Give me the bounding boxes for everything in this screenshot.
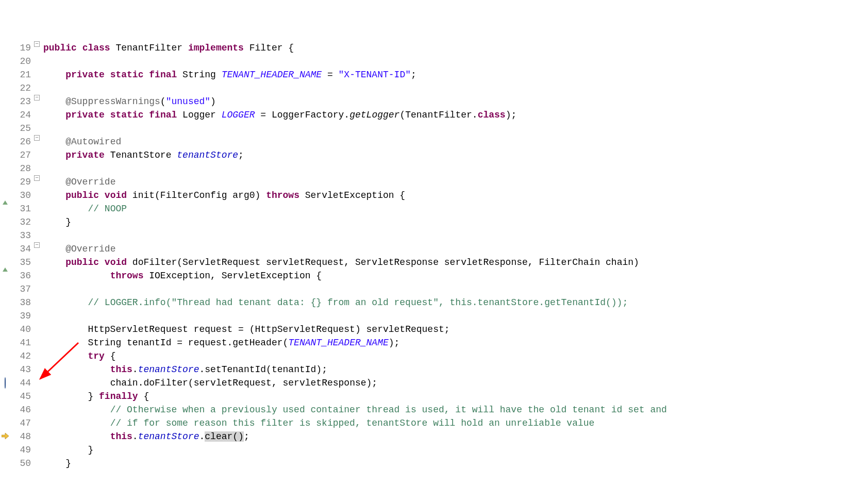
line-number[interactable]: 50 <box>10 457 34 470</box>
line-number[interactable]: 36 <box>10 269 34 282</box>
code-content[interactable]: // LOGGER.info("Thread had tenant data: … <box>42 296 868 309</box>
line-number[interactable]: 28 <box>10 162 34 175</box>
code-line[interactable]: 27 private TenantStore tenantStore; <box>0 148 868 162</box>
gutter-marker-cell[interactable] <box>0 376 10 390</box>
line-number[interactable]: 38 <box>10 296 34 309</box>
code-line[interactable]: 28 <box>0 162 868 175</box>
line-number[interactable]: 26 <box>10 135 34 148</box>
instruction-pointer-icon[interactable] <box>2 433 9 439</box>
code-line[interactable]: 22 <box>0 81 868 95</box>
fold-cell[interactable]: − <box>34 41 42 47</box>
line-number[interactable]: 49 <box>10 443 34 457</box>
code-line[interactable]: 41 String tenantId = request.getHeader(T… <box>0 336 868 349</box>
code-editor[interactable]: 19−public class TenantFilter implements … <box>0 41 868 470</box>
line-number[interactable]: 24 <box>10 108 34 122</box>
code-line[interactable]: 29− @Override <box>0 175 868 189</box>
fold-cell[interactable]: − <box>34 175 42 181</box>
line-number[interactable]: 34 <box>10 242 34 256</box>
line-number[interactable]: 27 <box>10 148 34 162</box>
code-content[interactable]: HttpServletRequest request = (HttpServle… <box>42 323 868 336</box>
line-number[interactable]: 20 <box>10 55 34 68</box>
gutter-marker-cell[interactable] <box>0 430 10 443</box>
code-content[interactable]: // if for some reason this filter is ski… <box>42 416 868 430</box>
code-line[interactable]: 49 } <box>0 443 868 457</box>
code-line[interactable]: 31 // NOOP <box>0 202 868 215</box>
line-number[interactable]: 23 <box>10 95 34 108</box>
fold-toggle-icon[interactable]: − <box>34 242 40 248</box>
code-line[interactable]: 46 // Otherwise when a previously used c… <box>0 403 868 416</box>
code-line[interactable]: 43 this.tenantStore.setTenantId(tenantId… <box>0 363 868 376</box>
code-content[interactable]: this.tenantStore.clear(); <box>42 430 868 443</box>
fold-toggle-icon[interactable]: − <box>34 95 40 101</box>
code-content[interactable]: } <box>42 457 868 470</box>
code-line[interactable]: 50 } <box>0 457 868 470</box>
code-line[interactable]: 23− @SuppressWarnings("unused") <box>0 95 868 108</box>
fold-cell[interactable]: − <box>34 95 42 101</box>
code-line[interactable]: 20 <box>0 55 868 68</box>
code-content[interactable]: private static final String TENANT_HEADE… <box>42 68 868 81</box>
fold-toggle-icon[interactable]: − <box>34 175 40 181</box>
code-content[interactable]: try { <box>42 349 868 363</box>
code-line[interactable]: 19−public class TenantFilter implements … <box>0 41 868 55</box>
fold-toggle-icon[interactable]: − <box>34 41 40 47</box>
code-content[interactable]: String tenantId = request.getHeader(TENA… <box>42 336 868 349</box>
line-number[interactable]: 31 <box>10 202 34 215</box>
line-number[interactable]: 42 <box>10 349 34 363</box>
fold-cell[interactable]: − <box>34 242 42 248</box>
code-line[interactable]: 45 } finally { <box>0 390 868 403</box>
line-number[interactable]: 35 <box>10 256 34 269</box>
line-number[interactable]: 33 <box>10 229 34 242</box>
line-number[interactable]: 37 <box>10 282 34 296</box>
code-line[interactable]: 38 // LOGGER.info("Thread had tenant dat… <box>0 296 868 309</box>
code-line[interactable]: 48 this.tenantStore.clear(); <box>0 430 868 443</box>
line-number[interactable]: 25 <box>10 122 34 135</box>
line-number[interactable]: 40 <box>10 323 34 336</box>
code-content[interactable]: public class TenantFilter implements Fil… <box>42 41 868 55</box>
code-line[interactable]: 36 throws IOException, ServletException … <box>0 269 868 282</box>
gutter-marker-cell[interactable] <box>0 189 10 202</box>
code-line[interactable]: 35 public void doFilter(ServletRequest s… <box>0 256 868 269</box>
code-line[interactable]: 30 public void init(FilterConfig arg0) t… <box>0 189 868 202</box>
code-line[interactable]: 21 private static final String TENANT_HE… <box>0 68 868 81</box>
line-number[interactable]: 21 <box>10 68 34 81</box>
code-content[interactable]: } <box>42 215 868 229</box>
line-number[interactable]: 46 <box>10 403 34 416</box>
code-line[interactable]: 44 chain.doFilter(servletRequest, servle… <box>0 376 868 390</box>
code-line[interactable]: 47 // if for some reason this filter is … <box>0 416 868 430</box>
code-content[interactable]: private TenantStore tenantStore; <box>42 148 868 162</box>
code-line[interactable]: 39 <box>0 309 868 323</box>
code-line[interactable]: 34− @Override <box>0 242 868 256</box>
code-content[interactable]: // Otherwise when a previously used cont… <box>42 403 868 416</box>
code-content[interactable]: } finally { <box>42 390 868 403</box>
code-content[interactable]: public void doFilter(ServletRequest serv… <box>42 256 868 269</box>
line-number[interactable]: 32 <box>10 215 34 229</box>
code-line[interactable]: 25 <box>0 122 868 135</box>
code-content[interactable]: // NOOP <box>42 202 868 215</box>
code-line[interactable]: 33 <box>0 229 868 242</box>
code-content[interactable]: @Autowired <box>42 135 868 148</box>
code-line[interactable]: 42 try { <box>0 349 868 363</box>
line-number[interactable]: 39 <box>10 309 34 323</box>
code-content[interactable]: @SuppressWarnings("unused") <box>42 95 868 108</box>
line-number[interactable]: 29 <box>10 175 34 189</box>
line-number[interactable]: 48 <box>10 430 34 443</box>
code-content[interactable]: chain.doFilter(servletRequest, servletRe… <box>42 376 868 390</box>
line-number[interactable]: 47 <box>10 416 34 430</box>
code-content[interactable]: throws IOException, ServletException { <box>42 269 868 282</box>
line-number[interactable]: 19 <box>10 41 34 55</box>
line-number[interactable]: 43 <box>10 363 34 376</box>
fold-toggle-icon[interactable]: − <box>34 135 40 141</box>
code-content[interactable]: this.tenantStore.setTenantId(tenantId); <box>42 363 868 376</box>
gutter-marker-cell[interactable] <box>0 256 10 269</box>
code-line[interactable]: 32 } <box>0 215 868 229</box>
code-content[interactable]: } <box>42 443 868 457</box>
code-content[interactable]: public void init(FilterConfig arg0) thro… <box>42 189 868 202</box>
code-content[interactable]: private static final Logger LOGGER = Log… <box>42 108 868 122</box>
line-number[interactable]: 45 <box>10 390 34 403</box>
code-line[interactable]: 37 <box>0 282 868 296</box>
code-line[interactable]: 40 HttpServletRequest request = (HttpSer… <box>0 323 868 336</box>
line-number[interactable]: 44 <box>10 376 34 390</box>
fold-cell[interactable]: − <box>34 135 42 141</box>
code-content[interactable]: @Override <box>42 175 868 189</box>
code-content[interactable]: @Override <box>42 242 868 256</box>
